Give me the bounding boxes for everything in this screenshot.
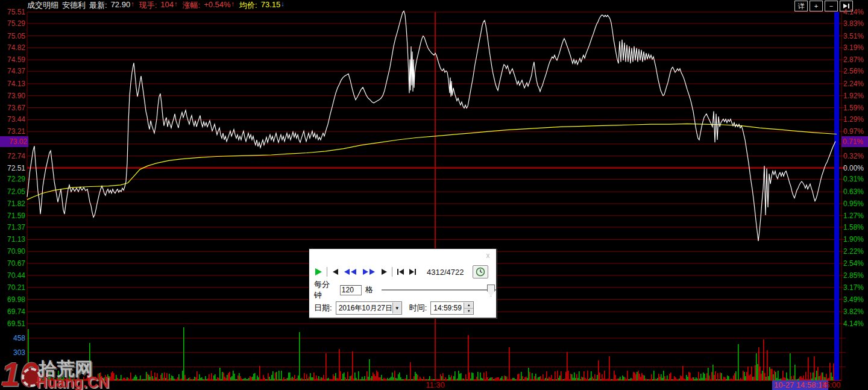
volume-bar bbox=[514, 378, 515, 380]
volume-bar bbox=[633, 372, 634, 380]
volume-bar bbox=[45, 379, 46, 380]
volume-bar bbox=[693, 377, 694, 380]
intraday-chart bbox=[0, 0, 868, 390]
volume-bar bbox=[728, 376, 729, 380]
volume-bar bbox=[177, 377, 178, 380]
speed-input[interactable] bbox=[340, 285, 362, 295]
chevron-down-icon[interactable]: ▼ bbox=[392, 303, 401, 313]
volume-bar bbox=[569, 379, 570, 380]
volume-bar bbox=[561, 371, 562, 380]
volume-bar bbox=[340, 371, 341, 380]
fast-forward-button[interactable] bbox=[362, 268, 376, 275]
volume-bar bbox=[256, 379, 257, 380]
date-value: 2016年10月27日 bbox=[336, 303, 392, 313]
volume-bar bbox=[551, 375, 552, 380]
slider-thumb[interactable] bbox=[487, 285, 495, 297]
volume-bar bbox=[587, 371, 588, 380]
time-spinner[interactable]: 14:59:59 ▲ ▼ bbox=[430, 301, 474, 315]
volume-bar bbox=[563, 379, 564, 380]
volume-bar bbox=[292, 377, 293, 380]
volume-bar bbox=[505, 376, 506, 380]
step-forward-button[interactable] bbox=[380, 268, 388, 275]
volume-bar bbox=[370, 378, 371, 380]
volume-bar bbox=[669, 374, 670, 380]
spinner-buttons: ▲ ▼ bbox=[464, 303, 473, 313]
volume-bar bbox=[180, 379, 181, 380]
spin-up-icon[interactable]: ▲ bbox=[464, 303, 473, 309]
volume-bar bbox=[596, 379, 597, 380]
volume-bar bbox=[127, 377, 128, 380]
volume-bar bbox=[688, 372, 690, 380]
volume-bar bbox=[715, 371, 716, 380]
volume-bar bbox=[454, 371, 456, 380]
volume-bar bbox=[687, 377, 688, 380]
volume-bar bbox=[64, 378, 65, 380]
axis-label: 73.90 bbox=[0, 92, 25, 100]
volume-bar bbox=[729, 379, 731, 380]
volume-bar bbox=[59, 378, 60, 380]
volume-bar bbox=[826, 374, 827, 380]
volume-bar bbox=[259, 366, 260, 380]
speed-slider[interactable] bbox=[382, 285, 496, 295]
close-icon[interactable]: x bbox=[483, 251, 492, 260]
volume-bar bbox=[545, 378, 546, 380]
volume-bar bbox=[362, 377, 363, 380]
slider-track[interactable] bbox=[382, 289, 496, 291]
zoom-in-button[interactable]: + bbox=[810, 1, 823, 11]
volume-bar bbox=[189, 377, 190, 380]
volume-bar bbox=[315, 379, 316, 380]
volume-bar bbox=[498, 377, 499, 380]
volume-bar bbox=[511, 379, 512, 380]
volume-bar bbox=[194, 377, 195, 380]
volume-bar bbox=[172, 376, 174, 380]
volume-bar bbox=[348, 379, 350, 380]
spin-down-icon[interactable]: ▼ bbox=[464, 309, 473, 314]
date-combobox[interactable]: 2016年10月27日 ▼ bbox=[336, 301, 402, 315]
volume-bar bbox=[282, 379, 283, 380]
detail-button[interactable]: 详 bbox=[794, 1, 808, 11]
volume-bar bbox=[74, 379, 75, 380]
volume-bar bbox=[581, 377, 582, 380]
skip-start-icon bbox=[397, 268, 404, 275]
volume-bar bbox=[332, 379, 333, 380]
volume-bar bbox=[248, 378, 250, 380]
volume-bar bbox=[611, 379, 612, 380]
volume-bar bbox=[51, 378, 52, 380]
volume-bar bbox=[790, 353, 791, 380]
rewind-button[interactable] bbox=[343, 268, 357, 275]
volume-bar bbox=[400, 377, 401, 380]
volume-bar bbox=[117, 378, 118, 380]
volume-bar bbox=[739, 379, 740, 380]
skip-end-button[interactable] bbox=[409, 268, 417, 275]
volume-bar bbox=[442, 373, 444, 380]
step-back-icon bbox=[332, 268, 339, 275]
volume-bar bbox=[493, 379, 494, 380]
volume-bar bbox=[593, 379, 594, 380]
time-label: 时间: bbox=[409, 303, 427, 313]
clock-button[interactable] bbox=[473, 265, 488, 278]
volume-bar bbox=[476, 377, 477, 380]
volume-bar bbox=[118, 379, 119, 380]
volume-bar bbox=[699, 379, 700, 380]
volume-bar bbox=[330, 379, 332, 380]
play-button[interactable] bbox=[314, 268, 322, 276]
volume-bar bbox=[803, 376, 804, 380]
volume-bar bbox=[398, 374, 399, 380]
volume-bar bbox=[135, 375, 136, 380]
volume-bar bbox=[244, 379, 245, 380]
volume-bar bbox=[254, 373, 256, 380]
volume-bar bbox=[629, 379, 631, 380]
step-back-button[interactable] bbox=[332, 268, 339, 275]
volume-bar bbox=[386, 379, 387, 380]
playback-controls: 4312/4722 bbox=[314, 265, 488, 279]
divider bbox=[327, 267, 327, 277]
volume-bar bbox=[485, 379, 486, 380]
volume-bar bbox=[389, 378, 391, 380]
zoom-out-button[interactable]: − bbox=[825, 1, 838, 11]
current-percent-tag: 0.71% bbox=[841, 136, 868, 147]
volume-bar bbox=[510, 379, 511, 380]
volume-bar bbox=[586, 379, 587, 380]
skip-start-button[interactable] bbox=[397, 268, 404, 275]
volume-bar bbox=[744, 372, 745, 380]
volume-bar bbox=[300, 379, 301, 380]
